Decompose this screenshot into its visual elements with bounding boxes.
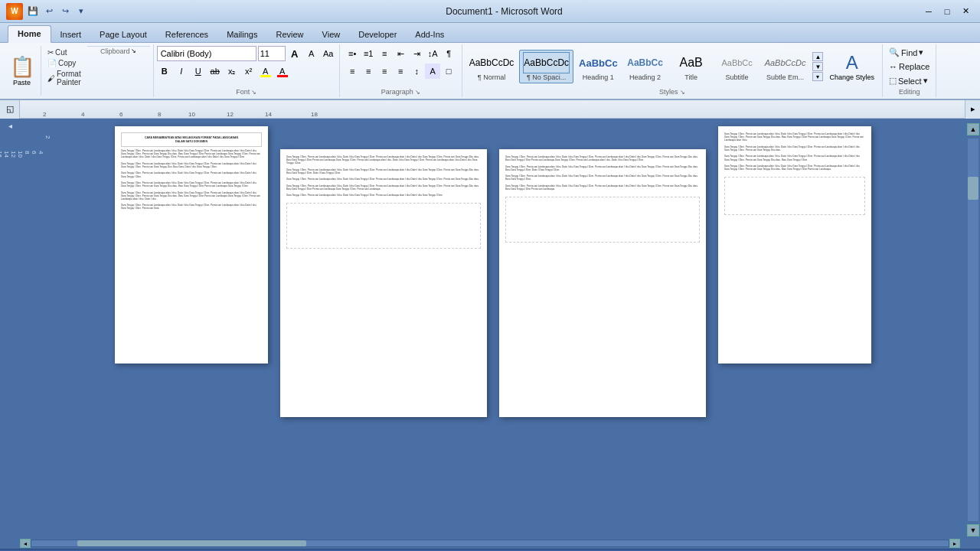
tab-references[interactable]: References bbox=[156, 27, 217, 43]
find-icon: 🔍 bbox=[889, 47, 900, 57]
main-area: ◂ 2 4 6 8 10 12 14 16 18 20 22 24 CARA M… bbox=[0, 119, 980, 538]
document-page-1[interactable]: CARA MENAMBATKAN ATAU MELAKUKAN FORMAT P… bbox=[115, 126, 268, 364]
styles-expand-button[interactable]: ▾ bbox=[812, 72, 823, 81]
font-row-1: A A Aa bbox=[157, 46, 336, 61]
page-4-content: Gara Tengqu I Dine. Pernia sari Landasap… bbox=[718, 126, 871, 221]
font-color-button[interactable]: A bbox=[275, 64, 290, 79]
hscroll-left-button[interactable]: ◂ bbox=[20, 539, 31, 548]
tab-review[interactable]: Review bbox=[266, 27, 312, 43]
select-button[interactable]: ⬚ Select ▾ bbox=[886, 74, 931, 87]
font-name-input[interactable] bbox=[157, 46, 256, 61]
line-spacing-button[interactable]: ↕ bbox=[409, 64, 424, 79]
ruler-right-button[interactable]: ▸ bbox=[965, 100, 980, 119]
ruler-mode-button[interactable]: ◱ bbox=[0, 100, 20, 119]
paste-button[interactable]: 📋 Paste bbox=[3, 46, 41, 96]
underline-button[interactable]: U bbox=[191, 64, 206, 79]
document-page-3[interactable]: Gara Tengqu I Dine. Pernia sari Landasap… bbox=[499, 149, 706, 417]
style-heading2-label: Heading 2 bbox=[629, 73, 661, 81]
align-right-button[interactable]: ≡ bbox=[377, 64, 392, 79]
numbering-button[interactable]: ≡1 bbox=[361, 46, 376, 61]
clear-format-button[interactable]: Aa bbox=[321, 46, 336, 61]
redo-button[interactable]: ↪ bbox=[58, 5, 72, 18]
hscroll-thumb[interactable] bbox=[77, 540, 307, 546]
copy-button[interactable]: 📄 Copy bbox=[44, 58, 84, 68]
strikethrough-button[interactable]: ab bbox=[207, 64, 223, 79]
close-button[interactable]: ✕ bbox=[957, 4, 974, 19]
style-no-spacing[interactable]: AaBbCcDc ¶ No Spaci... bbox=[519, 50, 573, 83]
page-4-empty-area bbox=[724, 177, 865, 215]
tab-view[interactable]: View bbox=[313, 27, 350, 43]
styles-expand-icon[interactable]: ↘ bbox=[680, 89, 685, 96]
increase-indent-button[interactable]: ⇥ bbox=[409, 46, 424, 61]
italic-button[interactable]: I bbox=[174, 64, 189, 79]
document-page-2[interactable]: Gara Tengqu I Dine. Pernia sari Landasap… bbox=[280, 149, 487, 417]
superscript-button[interactable]: x² bbox=[241, 64, 256, 79]
page-1-title-box: CARA MENAMBATKAN ATAU MELAKUKAN FORMAT P… bbox=[121, 132, 262, 147]
text-highlight-button[interactable]: A bbox=[258, 64, 273, 79]
select-dropdown-icon: ▾ bbox=[923, 76, 928, 86]
font-size-input[interactable] bbox=[258, 46, 286, 61]
style-heading1[interactable]: AaBbCc Heading 1 bbox=[575, 50, 622, 83]
document-canvas: CARA MENAMBATKAN ATAU MELAKUKAN FORMAT P… bbox=[20, 119, 966, 538]
style-title[interactable]: AaB Title bbox=[669, 50, 714, 83]
style-normal-preview: AaBbCcDc bbox=[469, 52, 514, 73]
sidebar-top-button[interactable]: ◂ bbox=[4, 122, 16, 134]
multilevel-button[interactable]: ≡ bbox=[377, 46, 392, 61]
show-marks-button[interactable]: ¶ bbox=[441, 46, 456, 61]
grow-font-button[interactable]: A bbox=[287, 46, 302, 61]
scroll-down-button[interactable]: ▼ bbox=[967, 524, 979, 536]
change-styles-button[interactable]: A Change Styles bbox=[825, 49, 879, 84]
font-expand-icon[interactable]: ↘ bbox=[251, 89, 256, 96]
tab-home[interactable]: Home bbox=[8, 25, 51, 43]
scroll-up-button[interactable]: ▲ bbox=[967, 123, 979, 135]
decrease-indent-button[interactable]: ⇤ bbox=[393, 46, 408, 61]
shrink-font-button[interactable]: A bbox=[304, 46, 319, 61]
cut-button[interactable]: ✂ Cut bbox=[44, 47, 84, 57]
font-group-label: Font ↘ bbox=[157, 88, 336, 96]
justify-button[interactable]: ≡ bbox=[393, 64, 408, 79]
style-normal[interactable]: AaBbCcDc ¶ Normal bbox=[466, 50, 518, 83]
hscroll-right-button[interactable]: ▸ bbox=[949, 539, 960, 548]
undo-button[interactable]: ↩ bbox=[42, 5, 56, 18]
scroll-thumb[interactable] bbox=[968, 177, 978, 200]
quick-access-more-button[interactable]: ▾ bbox=[74, 5, 88, 18]
format-painter-button[interactable]: 🖌 Format Painter bbox=[44, 69, 84, 87]
font-group: A A Aa B I U ab x₂ x² A A bbox=[154, 44, 340, 97]
sort-button[interactable]: ↕A bbox=[425, 46, 440, 61]
styles-scroll-up-button[interactable]: ▲ bbox=[812, 52, 823, 61]
tab-page-layout[interactable]: Page Layout bbox=[90, 27, 156, 43]
tab-mailings[interactable]: Mailings bbox=[217, 27, 266, 43]
style-heading2[interactable]: AaBbCc Heading 2 bbox=[623, 50, 668, 83]
align-center-button[interactable]: ≡ bbox=[361, 64, 376, 79]
minimize-button[interactable]: ─ bbox=[920, 4, 937, 19]
document-page-4[interactable]: Gara Tengqu I Dine. Pernia sari Landasap… bbox=[718, 126, 871, 364]
style-subtle-em-preview: AaBbCcDc bbox=[765, 52, 806, 73]
bullets-button[interactable]: ≡• bbox=[345, 46, 360, 61]
styles-content: AaBbCcDc ¶ Normal AaBbCcDc ¶ No Spaci...… bbox=[466, 46, 879, 87]
style-subtitle[interactable]: AaBbCc Subtitle bbox=[715, 50, 760, 83]
replace-button[interactable]: ↔ Replace bbox=[886, 60, 933, 73]
maximize-button[interactable]: □ bbox=[939, 4, 956, 19]
title-left: W 💾 ↩ ↪ ▾ bbox=[6, 3, 88, 20]
tab-developer[interactable]: Developer bbox=[349, 27, 406, 43]
paragraph-group: ≡• ≡1 ≡ ⇤ ⇥ ↕A ¶ ≡ ≡ ≡ ≡ ↕ A □ Paragraph… bbox=[340, 44, 462, 97]
left-sidebar: ◂ 2 4 6 8 10 12 14 16 18 20 22 24 bbox=[0, 119, 20, 538]
page-1-title: CARA MENAMBATKAN ATAU MELAKUKAN FORMAT P… bbox=[125, 136, 258, 143]
tab-insert[interactable]: Insert bbox=[51, 27, 91, 43]
tab-add-ins[interactable]: Add-Ins bbox=[406, 27, 453, 43]
shading-button[interactable]: A bbox=[425, 64, 440, 79]
subscript-button[interactable]: x₂ bbox=[224, 64, 240, 79]
border-button[interactable]: □ bbox=[441, 64, 456, 79]
save-button[interactable]: 💾 bbox=[26, 5, 40, 18]
styles-scroll-down-button[interactable]: ▼ bbox=[812, 62, 823, 71]
font-color-indicator bbox=[277, 75, 288, 77]
bold-button[interactable]: B bbox=[157, 64, 172, 79]
replace-icon: ↔ bbox=[889, 62, 897, 71]
clipboard-expand-icon[interactable]: ↘ bbox=[131, 47, 136, 96]
paragraph-expand-icon[interactable]: ↘ bbox=[415, 89, 420, 96]
align-left-button[interactable]: ≡ bbox=[345, 64, 360, 79]
find-button[interactable]: 🔍 Find ▾ bbox=[886, 46, 926, 59]
styles-group: AaBbCcDc ¶ Normal AaBbCcDc ¶ No Spaci...… bbox=[462, 44, 883, 97]
font-row-2: B I U ab x₂ x² A A bbox=[157, 64, 290, 79]
style-subtle-em[interactable]: AaBbCcDc Subtle Em... bbox=[761, 50, 810, 83]
